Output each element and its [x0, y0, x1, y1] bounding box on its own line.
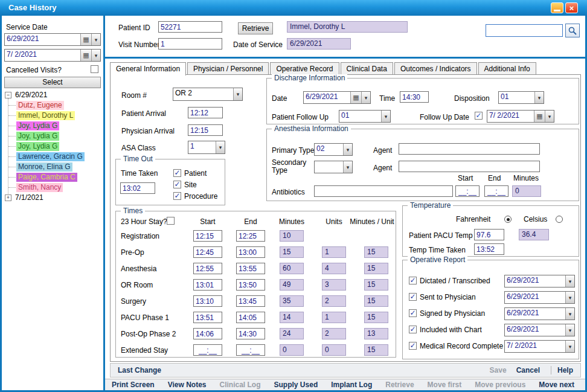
- end-time-field[interactable]: [236, 230, 265, 242]
- collapse-icon[interactable]: −: [5, 92, 11, 98]
- close-button[interactable]: ×: [565, 2, 578, 13]
- start-time-field[interactable]: [193, 312, 222, 323]
- end-time-field[interactable]: [236, 279, 265, 291]
- room-select[interactable]: OR 2 ▾: [173, 88, 243, 101]
- patient-arrival-field[interactable]: [188, 107, 223, 118]
- primary-type-select[interactable]: 02 ▾: [314, 143, 353, 156]
- start-time-field[interactable]: [193, 344, 222, 356]
- toolbar-view-notes[interactable]: View Notes: [161, 381, 213, 389]
- tab-operative-record[interactable]: Operative Record: [270, 62, 339, 74]
- tree-item-patient[interactable]: Lawrence, Gracin G: [16, 152, 85, 161]
- pacu-temp-field[interactable]: [474, 229, 504, 240]
- tab-clinical-data[interactable]: Clinical Data: [341, 62, 393, 74]
- asa-class-select[interactable]: 1 ▾: [188, 141, 225, 154]
- end-time-field[interactable]: [236, 344, 265, 356]
- report-checkbox[interactable]: [409, 277, 417, 284]
- celsius-radio[interactable]: [556, 216, 563, 223]
- start-time-field[interactable]: [193, 230, 222, 242]
- report-checkbox[interactable]: [409, 293, 417, 301]
- patient-follow-up-select[interactable]: 01 ▾: [339, 110, 391, 123]
- report-date-select[interactable]: 6/29/2021 ▾: [504, 307, 575, 320]
- discharge-time-field[interactable]: [400, 91, 429, 103]
- secondary-type-select[interactable]: ▾: [314, 161, 353, 173]
- report-date-select[interactable]: 6/29/2021 ▾: [504, 275, 575, 288]
- agent-primary-field[interactable]: [399, 143, 540, 155]
- end-time-field[interactable]: [236, 312, 265, 323]
- search-button[interactable]: [565, 24, 580, 37]
- service-date-from-value: 6/29/2021: [5, 34, 80, 45]
- tree-node-label[interactable]: 6/29/2021: [15, 91, 47, 99]
- timeout-patient-checkbox[interactable]: [173, 169, 181, 177]
- follow-up-date-picker[interactable]: 7/ 2/2021 ▦ ▾: [487, 110, 554, 123]
- toolbar-retrieve[interactable]: Retrieve: [379, 381, 420, 389]
- agent-secondary-field[interactable]: [399, 161, 540, 172]
- minutes-display: 24: [280, 328, 304, 339]
- tree-item-patient[interactable]: Dutz, Eugene: [16, 101, 64, 110]
- end-time-field[interactable]: [236, 263, 265, 274]
- tree-item-patient[interactable]: Joy, Lydia G: [16, 121, 59, 130]
- tree-item-patient[interactable]: Smith, Nancy: [16, 183, 63, 192]
- toolbar-supply-used[interactable]: Supply Used: [268, 381, 325, 389]
- temp-time-field[interactable]: [474, 243, 504, 255]
- end-time-field[interactable]: [236, 295, 265, 307]
- visit-number-field[interactable]: [158, 38, 222, 50]
- start-time-field[interactable]: [193, 328, 222, 339]
- window-title: Case History: [8, 3, 56, 12]
- help-button[interactable]: Help: [557, 366, 573, 374]
- retrieve-button[interactable]: Retrieve: [238, 22, 273, 34]
- follow-up-date-checkbox[interactable]: [475, 112, 483, 120]
- tree-node-label[interactable]: 7/1/2021: [15, 193, 43, 202]
- fahrenheit-radio[interactable]: [504, 216, 512, 223]
- start-time-field[interactable]: [193, 295, 222, 307]
- tab-additional-info[interactable]: Additional Info: [478, 62, 536, 74]
- tree-item-patient[interactable]: Monroe, Elina G: [16, 162, 72, 172]
- physician-arrival-field[interactable]: [188, 124, 223, 136]
- patient-search-input[interactable]: [486, 24, 563, 37]
- start-time-field[interactable]: [193, 263, 222, 274]
- disposition-select[interactable]: 01 ▾: [498, 91, 544, 104]
- end-time-field[interactable]: [236, 246, 265, 258]
- timeout-site-checkbox[interactable]: [173, 181, 181, 188]
- report-date-select[interactable]: 6/29/2021 ▾: [504, 291, 575, 304]
- toolbar-move-first[interactable]: Move first: [421, 381, 469, 389]
- report-date-select[interactable]: 6/29/2021 ▾: [504, 324, 575, 336]
- toolbar-move-previous[interactable]: Move previous: [468, 381, 532, 389]
- time-taken-field[interactable]: [120, 182, 155, 194]
- tab-general-information[interactable]: General Information: [110, 62, 186, 76]
- timeout-procedure-checkbox[interactable]: [173, 192, 181, 200]
- toolbar-implant-log[interactable]: Implant Log: [324, 381, 379, 389]
- hour23-checkbox[interactable]: [167, 217, 175, 225]
- antibiotic-start-field[interactable]: [455, 185, 480, 197]
- end-time-field[interactable]: [236, 328, 265, 339]
- cancelled-visits-checkbox[interactable]: [91, 65, 98, 73]
- service-date-from-picker[interactable]: 6/29/2021 ▦ ▾: [4, 33, 101, 46]
- units-display: 2: [322, 295, 346, 307]
- toolbar-clinical-log[interactable]: Clinical Log: [213, 381, 268, 389]
- tree-item-patient[interactable]: Joy, Lydia G: [16, 132, 59, 141]
- toolbar-print-screen[interactable]: Print Screen: [105, 381, 161, 389]
- toolbar-move-last[interactable]: Move last: [581, 381, 587, 389]
- report-date-select[interactable]: 7/ 2/2021 ▾: [504, 340, 575, 353]
- discharge-date-picker[interactable]: 6/29/2021 ▦ ▾: [303, 91, 371, 104]
- tree-item-patient[interactable]: Immel, Dorothy L: [16, 111, 75, 120]
- start-time-field[interactable]: [193, 246, 222, 258]
- start-time-field[interactable]: [193, 279, 222, 291]
- antibiotic-end-field[interactable]: [484, 185, 508, 197]
- antibiotics-field[interactable]: [314, 185, 453, 197]
- cancel-button[interactable]: Cancel: [512, 366, 545, 374]
- tab-outcomes-indicators[interactable]: Outcomes / Indicators: [394, 62, 477, 74]
- tree-item-patient[interactable]: Joy, Lydia G: [16, 142, 59, 151]
- expand-icon[interactable]: +: [5, 194, 11, 201]
- tree-item-patient[interactable]: Paige, Cambria C: [16, 173, 77, 182]
- patient-id-field[interactable]: [158, 21, 222, 33]
- select-button[interactable]: Select: [4, 77, 101, 88]
- minimize-button[interactable]: [551, 2, 563, 13]
- fahrenheit-label: Fahrenheit: [456, 215, 490, 223]
- report-checkbox[interactable]: [409, 342, 417, 350]
- service-date-to-picker[interactable]: 7/ 2/2021 ▦ ▾: [4, 49, 101, 62]
- save-button[interactable]: Save: [485, 366, 512, 374]
- report-checkbox[interactable]: [409, 309, 417, 317]
- report-checkbox[interactable]: [409, 326, 417, 333]
- tab-physician-personnel[interactable]: Physician / Personnel: [187, 62, 269, 74]
- toolbar-move-next[interactable]: Move next: [532, 381, 581, 389]
